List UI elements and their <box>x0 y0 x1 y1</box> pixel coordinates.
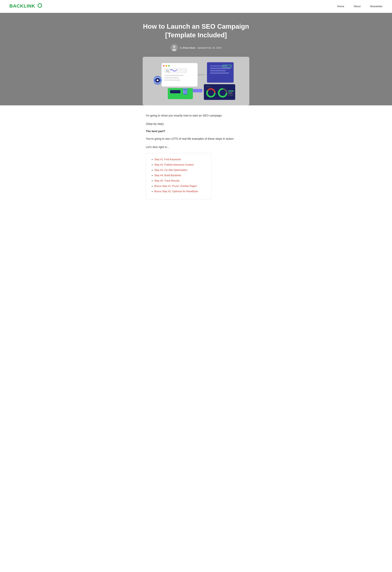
navbar: BACKLINK Home About Newsletter <box>0 0 392 13</box>
toc-link-step4[interactable]: Step #4: Build Backlinks <box>154 174 181 177</box>
svg-point-35 <box>208 86 209 87</box>
logo-svg: BACKLINK <box>9 3 42 9</box>
svg-point-8 <box>168 65 170 67</box>
nav-link-about[interactable]: About <box>354 5 361 8</box>
svg-point-7 <box>166 65 167 67</box>
hero-section: How to Launch an SEO Campaign [Template … <box>0 13 392 105</box>
svg-rect-26 <box>168 88 193 99</box>
page-title: How to Launch an SEO Campaign [Template … <box>143 22 249 39</box>
body-para-2: Let's dive right in... <box>146 145 246 150</box>
nav-item-home: Home <box>337 5 344 8</box>
body-para-1: You're going to see LOTS of real life ex… <box>146 136 246 141</box>
toc-item: Step #4: Build Backlinks <box>154 174 206 177</box>
svg-point-3 <box>173 46 175 48</box>
author-byline: by Brian Dean · Updated Feb. 15, 2019 <box>180 47 221 49</box>
updated-date: Updated Feb. 15, 2019 <box>197 47 221 49</box>
toc-link-step5[interactable]: Step #5: Track Results <box>154 179 180 182</box>
hero-illustration: × <box>152 62 240 101</box>
svg-point-1 <box>38 4 42 7</box>
svg-rect-43 <box>228 95 233 96</box>
nav-item-newsletter: Newsletter <box>370 5 383 8</box>
toc-link-step2[interactable]: Step #2: Publish Awesome Content <box>154 163 194 166</box>
toc-item: Step #3: On-Site Optimization <box>154 168 206 172</box>
svg-rect-21 <box>210 65 227 67</box>
svg-rect-13 <box>165 75 184 76</box>
author-prefix: by <box>180 47 182 49</box>
nav-item-about: About <box>354 5 361 8</box>
svg-rect-29 <box>183 88 188 89</box>
main-content: I'm going to show you exactly how to sta… <box>141 105 251 207</box>
svg-point-46 <box>203 74 204 76</box>
toc-link-step3[interactable]: Step #3: On-Site Optimization <box>154 169 188 171</box>
toc-link-bonus1[interactable]: Bonus Step #1: Prune “Zombie Pages” <box>154 185 197 187</box>
best-part-heading: The best part? <box>146 130 246 133</box>
intro-para-2: (Step-by-step) <box>146 122 246 126</box>
svg-point-36 <box>209 86 210 87</box>
nav-link-newsletter[interactable]: Newsletter <box>370 5 383 8</box>
table-of-contents: Step #1: Find Keywords Step #2: Publish … <box>146 153 212 199</box>
toc-list: Step #1: Find Keywords Step #2: Publish … <box>152 158 206 193</box>
author-info: by Brian Dean · Updated Feb. 15, 2019 <box>3 44 389 51</box>
toc-item: Bonus Step #1: Prune “Zombie Pages” <box>154 184 206 188</box>
svg-text:BACKLINK: BACKLINK <box>9 3 35 8</box>
svg-point-45 <box>200 74 202 76</box>
svg-rect-23 <box>210 70 226 71</box>
svg-text:×: × <box>186 69 187 72</box>
toc-link-bonus2[interactable]: Bonus Step #2: Optimize for RankBrain <box>154 190 198 193</box>
svg-point-44 <box>198 74 200 76</box>
svg-point-6 <box>163 65 165 67</box>
nav-link-home[interactable]: Home <box>337 5 344 8</box>
svg-point-18 <box>157 79 158 81</box>
toc-item: Bonus Step #2: Optimize for RankBrain <box>154 190 206 193</box>
svg-rect-49 <box>193 89 202 92</box>
toc-item: Step #5: Track Results <box>154 179 206 183</box>
svg-rect-15 <box>165 79 180 81</box>
toc-item: Step #2: Publish Awesome Content <box>154 163 206 167</box>
avatar <box>171 44 178 51</box>
intro-para-1: I'm going to show you exactly how to sta… <box>146 113 246 118</box>
toc-link-step1[interactable]: Step #1: Find Keywords <box>154 158 181 161</box>
svg-point-51 <box>181 87 183 88</box>
svg-rect-42 <box>228 93 233 94</box>
svg-point-34 <box>206 86 207 87</box>
nav-links: Home About Newsletter <box>337 5 383 8</box>
svg-rect-24 <box>210 72 229 74</box>
svg-rect-22 <box>210 68 231 69</box>
svg-point-52 <box>184 87 185 88</box>
toc-item: Step #1: Find Keywords <box>154 158 206 161</box>
site-logo[interactable]: BACKLINK <box>9 3 42 10</box>
svg-rect-27 <box>170 90 180 93</box>
svg-rect-14 <box>165 77 179 79</box>
svg-rect-41 <box>228 91 234 92</box>
author-name: Brian Dean <box>183 47 195 49</box>
hero-image: × <box>143 57 249 105</box>
svg-point-50 <box>179 87 180 88</box>
